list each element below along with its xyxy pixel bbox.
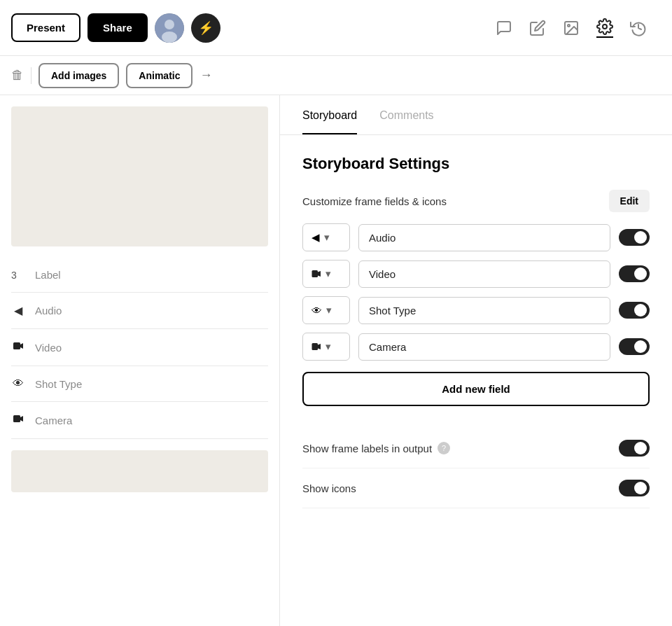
audio-icon-select[interactable]: ◀ ▾ (302, 223, 350, 251)
list-item: 3 Label (11, 258, 268, 293)
frame-number: 3 (11, 270, 25, 281)
present-button[interactable]: Present (11, 13, 80, 42)
field-row-camera: ▾ (302, 333, 650, 361)
customize-label: Customize frame fields & icons (302, 195, 447, 207)
image-icon[interactable] (563, 20, 580, 36)
show-icons-toggle[interactable] (619, 480, 650, 496)
field-label: Shot Type (35, 378, 82, 390)
video-icon-select[interactable]: ▾ (302, 260, 350, 288)
tab-comments[interactable]: Comments (379, 109, 433, 134)
show-icons-label: Show icons (302, 482, 356, 494)
shot-type-icon: 👁 (312, 305, 322, 317)
settings-title: Storyboard Settings (302, 155, 650, 173)
history-icon[interactable] (630, 20, 647, 36)
settings-icon[interactable] (596, 18, 613, 38)
chevron-down-icon: ▾ (326, 267, 331, 280)
help-icon[interactable]: ? (438, 442, 450, 454)
add-new-field-button[interactable]: Add new field (302, 372, 650, 406)
animatic-button[interactable]: Animatic (126, 63, 192, 88)
audio-icon: ◀ (312, 231, 320, 244)
section-header: Customize frame fields & icons Edit (302, 190, 650, 212)
camera-name-input[interactable] (358, 333, 610, 361)
tabs-bar: Storyboard Comments (280, 95, 672, 135)
tab-storyboard[interactable]: Storyboard (302, 109, 357, 134)
svg-point-4 (568, 25, 570, 27)
svg-point-5 (603, 25, 607, 29)
shot-type-name-input[interactable] (358, 297, 610, 324)
share-button[interactable]: Share (88, 13, 148, 42)
top-bar-right (291, 18, 661, 38)
video-name-input[interactable] (358, 260, 610, 288)
chevron-down-icon: ▾ (326, 340, 331, 353)
trash-icon[interactable]: 🗑 (11, 68, 24, 83)
camera-icon (312, 341, 321, 353)
svg-marker-13 (318, 344, 321, 349)
list-item: ◀ Audio (11, 293, 268, 329)
list-item: Video (11, 329, 268, 366)
show-frame-labels-label: Show frame labels in output ? (302, 442, 450, 454)
svg-point-2 (162, 32, 177, 43)
svg-point-1 (164, 20, 174, 29)
settings-content: Storyboard Settings Customize frame fiel… (280, 135, 672, 528)
shot-type-toggle[interactable] (619, 302, 650, 319)
camera-field-icon (11, 413, 25, 427)
video-field-icon (11, 340, 25, 354)
show-icons-row: Show icons (302, 468, 650, 508)
main-layout: 3 Label ◀ Audio Video 👁 (0, 95, 672, 626)
right-panel: Storyboard Comments Storyboard Settings … (280, 95, 672, 626)
divider (31, 67, 31, 84)
list-item: 👁 Shot Type (11, 366, 268, 402)
second-bar-left: 🗑 Add images Animatic → (11, 63, 291, 88)
field-label: Video (35, 342, 62, 354)
second-bar: 🗑 Add images Animatic → (0, 56, 672, 95)
show-frame-labels-row: Show frame labels in output ? (302, 429, 650, 468)
field-label: Camera (35, 415, 72, 426)
audio-field-icon: ◀ (11, 304, 25, 317)
lightning-button[interactable]: ⚡ (191, 13, 220, 43)
svg-rect-6 (13, 342, 20, 349)
field-label: Label (35, 269, 61, 281)
audio-name-input[interactable] (358, 224, 610, 251)
chevron-down-icon: ▾ (326, 304, 332, 317)
avatar[interactable] (155, 13, 184, 43)
svg-marker-9 (20, 416, 23, 422)
frame-preview-bottom (11, 450, 268, 492)
add-images-button[interactable]: Add images (38, 63, 119, 88)
video-icon (312, 268, 321, 280)
arrow-right-icon[interactable]: → (200, 68, 212, 83)
video-toggle[interactable] (619, 265, 650, 282)
show-frame-labels-toggle[interactable] (619, 440, 650, 457)
svg-rect-8 (13, 415, 20, 422)
camera-icon-select[interactable]: ▾ (302, 333, 350, 361)
chat-icon[interactable] (496, 20, 512, 36)
shot-type-icon-select[interactable]: 👁 ▾ (302, 296, 350, 324)
frame-preview-top (11, 106, 268, 246)
top-bar: Present Share ⚡ (0, 0, 672, 56)
lightning-icon: ⚡ (198, 20, 214, 36)
user-avatar (155, 13, 184, 43)
camera-toggle[interactable] (619, 338, 650, 355)
left-panel: 3 Label ◀ Audio Video 👁 (0, 95, 280, 626)
shot-type-field-icon: 👁 (11, 377, 25, 390)
chevron-down-icon: ▾ (324, 231, 330, 244)
frame-fields-list: 3 Label ◀ Audio Video 👁 (0, 258, 279, 439)
field-row-shot-type: 👁 ▾ (302, 296, 650, 324)
field-label: Audio (35, 305, 62, 317)
edit-button[interactable]: Edit (609, 190, 650, 212)
edit-icon[interactable] (529, 20, 546, 36)
audio-toggle[interactable] (619, 229, 650, 246)
field-row-video: ▾ (302, 260, 650, 288)
top-bar-left: Present Share ⚡ (11, 13, 291, 43)
svg-marker-7 (20, 343, 23, 349)
list-item: Camera (11, 402, 268, 439)
svg-rect-12 (312, 343, 318, 350)
svg-rect-10 (312, 270, 318, 277)
svg-marker-11 (318, 271, 321, 277)
field-row-audio: ◀ ▾ (302, 223, 650, 251)
